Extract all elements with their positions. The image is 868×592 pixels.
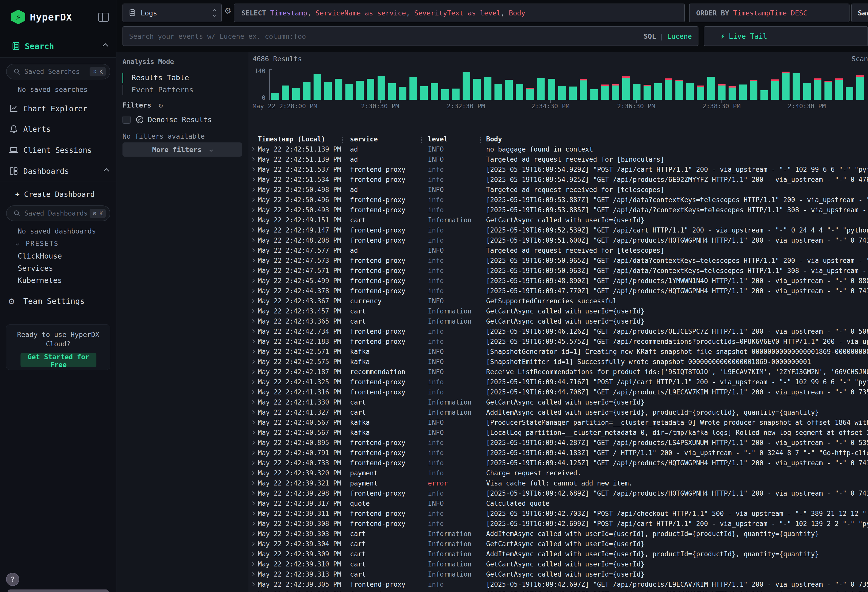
log-row[interactable]: May 22 2:42:39.320 PMpaymentinfoCharge r… bbox=[248, 468, 868, 478]
expand-row-icon[interactable] bbox=[251, 309, 255, 313]
expand-row-icon[interactable] bbox=[251, 238, 255, 242]
mode-sql[interactable]: SQL bbox=[644, 32, 656, 40]
expand-row-icon[interactable] bbox=[251, 228, 255, 232]
log-row[interactable]: May 22 2:42:39.303 PMcartInformationAddI… bbox=[248, 529, 868, 539]
histogram-bar[interactable] bbox=[495, 84, 502, 100]
log-row[interactable]: May 22 2:42:49.147 PMfrontend-proxyinfo[… bbox=[248, 225, 868, 235]
more-filters-button[interactable]: More filters bbox=[123, 142, 242, 156]
histogram-bar[interactable] bbox=[665, 80, 672, 100]
log-row[interactable]: May 22 2:42:40.567 PMkafkaINFO[ProducerS… bbox=[248, 418, 868, 428]
histogram-bar[interactable] bbox=[282, 86, 289, 100]
histogram-bar[interactable] bbox=[793, 73, 800, 100]
log-row[interactable]: May 22 2:42:41.327 PMcartInformationAddI… bbox=[248, 407, 868, 418]
log-row[interactable]: May 22 2:42:41.330 PMcartInformationGetC… bbox=[248, 397, 868, 407]
expand-row-icon[interactable] bbox=[251, 502, 255, 505]
expand-row-icon[interactable] bbox=[251, 350, 255, 354]
col-timestamp[interactable]: Timestamp (Local) bbox=[258, 134, 325, 144]
log-row[interactable]: May 22 2:42:51.139 PMadINFOno baggage fo… bbox=[248, 144, 868, 154]
log-row[interactable]: May 22 2:42:50.496 PMfrontend-proxyinfo[… bbox=[248, 195, 868, 205]
saved-dashboards-input[interactable]: Saved Dashboards ⌘ K bbox=[6, 205, 110, 221]
histogram-bar[interactable] bbox=[463, 72, 470, 100]
expand-row-icon[interactable] bbox=[251, 218, 255, 222]
source-select[interactable]: Logs bbox=[123, 3, 222, 22]
preset-clickhouse[interactable]: ClickHouse bbox=[18, 252, 62, 260]
log-row[interactable]: May 22 2:42:44.378 PMfrontend-proxyinfo[… bbox=[248, 286, 868, 296]
histogram-bar[interactable] bbox=[707, 77, 715, 100]
histogram-bar[interactable] bbox=[644, 86, 651, 100]
sidebar-item-dashboards[interactable]: Dashboards bbox=[0, 164, 117, 179]
histogram-bar[interactable] bbox=[271, 93, 279, 100]
histogram-bar[interactable] bbox=[580, 80, 588, 100]
log-row[interactable]: May 22 2:42:43.457 PMcartInformationGetC… bbox=[248, 306, 868, 316]
log-row[interactable]: May 22 2:42:42.575 PMkafkaINFO[SnapshotE… bbox=[248, 357, 868, 367]
log-row[interactable]: May 22 2:42:51.537 PMfrontend-proxyinfo[… bbox=[248, 164, 868, 174]
expand-row-icon[interactable] bbox=[251, 390, 255, 394]
column-resize-handle[interactable] bbox=[342, 136, 343, 143]
histogram-bar[interactable] bbox=[313, 74, 321, 100]
expand-row-icon[interactable] bbox=[251, 400, 255, 404]
log-row[interactable]: May 22 2:42:51.534 PMfrontend-proxyinfo[… bbox=[248, 174, 868, 185]
histogram-bar[interactable] bbox=[612, 86, 619, 100]
source-settings-gear-icon[interactable]: ⚙ bbox=[225, 4, 231, 16]
sidebar-item-chart-explorer[interactable]: Chart Explorer bbox=[0, 101, 117, 116]
log-row[interactable]: May 22 2:42:39.317 PMquoteINFOCalculated… bbox=[248, 498, 868, 508]
log-row[interactable]: May 22 2:42:40.791 PMfrontend-proxyinfo[… bbox=[248, 448, 868, 458]
histogram-bar[interactable] bbox=[697, 87, 704, 100]
histogram-bar[interactable] bbox=[431, 83, 438, 100]
log-row[interactable]: May 22 2:42:39.313 PMcartInformationGetC… bbox=[248, 569, 868, 579]
histogram-bar[interactable] bbox=[409, 77, 417, 100]
save-button[interactable]: Save bbox=[851, 3, 868, 22]
histogram-bar[interactable] bbox=[388, 83, 396, 100]
expand-row-icon[interactable] bbox=[251, 461, 255, 465]
expand-row-icon[interactable] bbox=[251, 491, 255, 495]
lucene-search-input[interactable]: Search your events w/ Lucene ex. column:… bbox=[123, 26, 698, 46]
expand-row-icon[interactable] bbox=[251, 370, 255, 374]
expand-row-icon[interactable] bbox=[251, 198, 255, 202]
expand-row-icon[interactable] bbox=[251, 410, 255, 415]
presets-toggle[interactable]: PRESETS bbox=[16, 240, 59, 247]
histogram-bar[interactable] bbox=[750, 81, 757, 100]
histogram-bar[interactable] bbox=[378, 76, 385, 100]
log-row[interactable]: May 22 2:42:39.309 PMcartInformationAddI… bbox=[248, 549, 868, 559]
expand-row-icon[interactable] bbox=[251, 299, 255, 303]
histogram-bar[interactable] bbox=[505, 80, 513, 100]
log-row[interactable]: May 22 2:42:43.365 PMcartInformationGetC… bbox=[248, 316, 868, 326]
histogram-bar[interactable] bbox=[675, 81, 683, 100]
log-row[interactable]: May 22 2:42:39.310 PMcartInformationGetC… bbox=[248, 559, 868, 569]
histogram-bar[interactable] bbox=[590, 89, 598, 100]
expand-row-icon[interactable] bbox=[251, 572, 255, 576]
sidebar-item-alerts[interactable]: Alerts bbox=[0, 121, 117, 137]
col-level[interactable]: level bbox=[428, 134, 448, 144]
log-row[interactable]: May 22 2:42:48.208 PMfrontend-proxyinfo[… bbox=[248, 235, 868, 245]
histogram-bar[interactable] bbox=[441, 89, 449, 100]
histogram-bar[interactable] bbox=[760, 90, 768, 100]
expand-row-icon[interactable] bbox=[251, 258, 255, 263]
log-row[interactable]: May 22 2:42:41.325 PMfrontend-proxyinfo[… bbox=[248, 377, 868, 387]
expand-row-icon[interactable] bbox=[251, 157, 255, 161]
denoise-checkbox[interactable] bbox=[123, 116, 131, 124]
log-row[interactable]: May 22 2:42:47.577 PMadINFOTargeted ad r… bbox=[248, 245, 868, 255]
log-row[interactable]: May 22 2:42:49.151 PMcartInformationGetC… bbox=[248, 215, 868, 225]
expand-row-icon[interactable] bbox=[251, 471, 255, 475]
expand-row-icon[interactable] bbox=[251, 147, 255, 151]
histogram-bar[interactable] bbox=[324, 82, 332, 100]
expand-row-icon[interactable] bbox=[251, 532, 255, 536]
col-service[interactable]: service bbox=[350, 134, 378, 144]
histogram-bar[interactable] bbox=[399, 87, 406, 100]
live-tail-button[interactable]: ⚡ Live Tail bbox=[704, 26, 868, 46]
log-row[interactable]: May 22 2:42:42.571 PMkafkaINFO[SnapshotG… bbox=[248, 347, 868, 357]
histogram-bar[interactable] bbox=[367, 79, 374, 100]
expand-row-icon[interactable] bbox=[251, 552, 255, 556]
histogram-bar[interactable] bbox=[771, 81, 779, 100]
histogram-bar[interactable] bbox=[633, 84, 641, 100]
expand-row-icon[interactable] bbox=[251, 340, 255, 344]
expand-row-icon[interactable] bbox=[251, 512, 255, 515]
histogram-bar[interactable] bbox=[718, 86, 726, 100]
log-row[interactable]: May 22 2:42:42.183 PMfrontend-proxyinfo[… bbox=[248, 337, 868, 347]
histogram-bar[interactable] bbox=[335, 79, 342, 100]
expand-row-icon[interactable] bbox=[251, 208, 255, 212]
histogram-bar[interactable] bbox=[835, 80, 843, 100]
sidebar-item-team-settings[interactable]: ⚙ Team Settings bbox=[0, 294, 117, 309]
log-row[interactable]: May 22 2:42:39.299 PMfrontend-proxyinfo[… bbox=[248, 589, 868, 592]
log-row[interactable]: May 22 2:42:39.321 PMpaymenterrorVisa ca… bbox=[248, 478, 868, 488]
